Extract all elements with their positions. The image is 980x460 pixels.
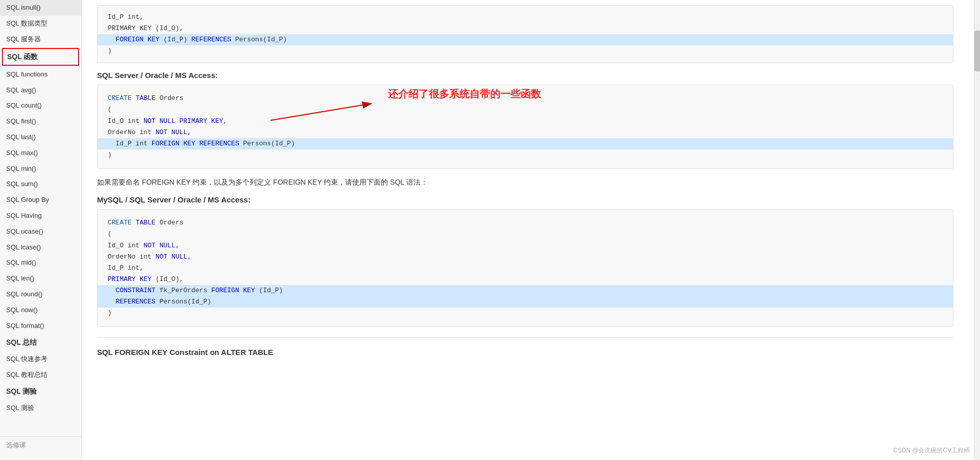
section1-title: SQL Server / Oracle / MS Access:	[97, 71, 953, 80]
top-code-line-3: FOREIGN KEY (Id_P) REFERENCES Persons(Id…	[97, 34, 953, 45]
sidebar-item-format[interactable]: SQL format()	[0, 318, 81, 334]
sidebar-item-quickref[interactable]: SQL 快速参考	[0, 351, 81, 367]
code1-line-3: Id_O int NOT NULL PRIMARY KEY,	[108, 116, 943, 127]
code1-line-5: Id_P int FOREIGN KEY REFERENCES Persons(…	[97, 138, 953, 149]
section2-title: MySQL / SQL Server / Oracle / MS Access:	[97, 195, 953, 204]
code1-container: CREATE TABLE Orders ( Id_O int NOT NULL …	[97, 85, 953, 169]
code1-line-6: )	[108, 149, 943, 161]
sidebar-item-datatypes[interactable]: SQL 数据类型	[0, 16, 81, 32]
bottom-title: SQL FOREIGN KEY Constraint on ALTER TABL…	[97, 348, 953, 356]
sidebar-item-test[interactable]: SQL 测验	[0, 400, 81, 416]
code1-line-4: OrderNo int NOT NULL,	[108, 127, 943, 138]
sidebar-item-now[interactable]: SQL now()	[0, 302, 81, 318]
sidebar-item-functions[interactable]: SQL functions	[0, 67, 81, 83]
code2-line-5: Id_P int,	[108, 263, 943, 274]
sidebar-item-sum[interactable]: SQL sum()	[0, 176, 81, 192]
code2-block: CREATE TABLE Orders ( Id_O int NOT NULL,…	[97, 209, 953, 327]
sidebar-item-max[interactable]: SQL max()	[0, 145, 81, 161]
code2-line-8: REFERENCES Persons(Id_P)	[97, 296, 953, 308]
annotation-text: 还介绍了很多系统自带的一些函数	[388, 87, 541, 101]
code2-line-3: Id_O int NOT NULL,	[108, 240, 943, 251]
top-code-block: Id_P int, PRIMARY KEY (Id_O), FOREIGN KE…	[97, 5, 953, 63]
code2-line-7: CONSTRAINT fk_PerOrders FOREIGN KEY (Id_…	[97, 285, 953, 296]
divider	[97, 337, 953, 338]
sidebar-item-isnull[interactable]: SQL isnull()	[0, 0, 81, 16]
sidebar-item-min[interactable]: SQL min()	[0, 161, 81, 177]
sidebar-item-ucase[interactable]: SQL ucase()	[0, 224, 81, 240]
sidebar-item-tutorial-summary[interactable]: SQL 教程总结	[0, 367, 81, 383]
sidebar-section-summary: SQL 总结	[0, 334, 81, 351]
watermark: CSDN @会洗碗的CV工程师	[893, 446, 970, 455]
code2-line-6: PRIMARY KEY (Id_O),	[108, 274, 943, 285]
sidebar-item-last[interactable]: SQL last()	[0, 130, 81, 145]
sidebar-item-server[interactable]: SQL 服务器	[0, 32, 81, 47]
sidebar-item-avg[interactable]: SQL avg()	[0, 83, 81, 98]
main-content: Id_P int, PRIMARY KEY (Id_O), FOREIGN KE…	[82, 0, 974, 460]
sidebar-item-round[interactable]: SQL round()	[0, 287, 81, 302]
code2-line-2: (	[108, 228, 943, 240]
code2-line-1: CREATE TABLE Orders	[108, 217, 943, 228]
sidebar-item-len[interactable]: SQL len()	[0, 271, 81, 287]
sidebar-item-count[interactable]: SQL count()	[0, 98, 81, 114]
sidebar-item-mid[interactable]: SQL mid()	[0, 255, 81, 271]
sidebar-item-first[interactable]: SQL first()	[0, 114, 81, 130]
code1-line-2: (	[108, 104, 943, 115]
top-code-line-1: Id_P int,	[108, 12, 943, 23]
sidebar: SQL isnull() SQL 数据类型 SQL 服务器 SQL 函数 SQL…	[0, 0, 82, 460]
sidebar-item-groupby[interactable]: SQL Group By	[0, 192, 81, 208]
sidebar-section-test: SQL 测验	[0, 382, 81, 400]
code2-line-4: OrderNo int NOT NULL,	[108, 251, 943, 263]
sidebar-item-lcase[interactable]: SQL lcase()	[0, 240, 81, 255]
body-text: 如果需要命名 FOREIGN KEY 约束，以及为多个列定义 FOREIGN K…	[97, 176, 953, 188]
scrollbar[interactable]	[974, 0, 980, 460]
sidebar-item-having[interactable]: SQL Having	[0, 208, 81, 224]
sidebar-bottom-label: 选修课	[0, 437, 81, 453]
sidebar-section-functions: SQL 函数	[2, 48, 79, 65]
top-code-line-4: )	[108, 45, 943, 57]
code2-line-9: )	[108, 308, 943, 319]
top-code-line-2: PRIMARY KEY (Id_O),	[108, 23, 943, 34]
